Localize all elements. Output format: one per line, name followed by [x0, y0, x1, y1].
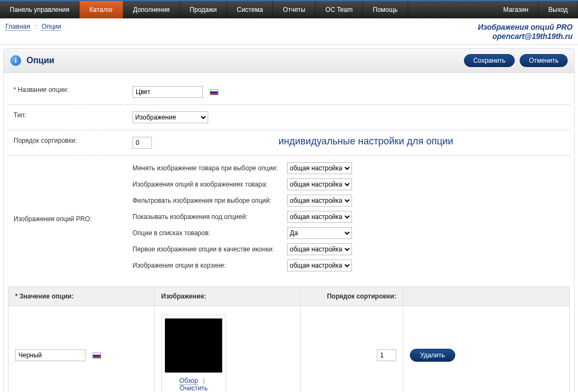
- sort-order-input[interactable]: [132, 137, 152, 149]
- breadcrumb-separator: ::: [32, 23, 40, 30]
- pro-setting-select-0[interactable]: общая настройка: [287, 162, 352, 174]
- browse-link[interactable]: Обзор: [179, 377, 198, 385]
- pro-setting-label: Менять изображение товара при выборе опц…: [132, 164, 287, 172]
- cancel-button[interactable]: Отменить: [520, 54, 568, 67]
- pro-setting-label: Изображение опции в корзине:: [132, 262, 287, 269]
- pro-setting-label: Изображения опций в изображениях товара:: [132, 181, 287, 188]
- option-name-input[interactable]: [132, 86, 203, 98]
- menu-reports[interactable]: Отчеты: [273, 1, 315, 18]
- info-icon: i: [10, 55, 21, 66]
- page-title: Опции: [26, 56, 55, 65]
- breadcrumb-home[interactable]: Главная: [5, 23, 30, 31]
- delete-button[interactable]: Удалить: [410, 349, 455, 362]
- option-values-table: * Значение опции: Изображение: Порядок с…: [8, 287, 570, 392]
- promo-line1: Изображения опций PRO: [478, 23, 573, 32]
- pro-setting-label: Первое изображение опции в качестве икон…: [132, 245, 287, 253]
- pro-setting-label: Опции в списках товаров:: [132, 229, 287, 237]
- table-row: Обзор | Очистить Удалить: [9, 305, 570, 392]
- col-image: Изображение:: [155, 287, 301, 305]
- top-menu-left: Панель управления Каталог Дополнения Про…: [0, 1, 408, 18]
- menu-octeam[interactable]: OC Team: [316, 1, 363, 18]
- pro-setting-select-2[interactable]: общая настройка: [287, 195, 352, 207]
- menu-sales[interactable]: Продажи: [180, 1, 227, 18]
- pro-setting-select-6[interactable]: общая настройка: [287, 260, 352, 271]
- flag-icon: [210, 89, 218, 95]
- pro-setting-label: Показывать изображения под опцией:: [132, 213, 287, 221]
- save-button[interactable]: Сохранить: [464, 54, 515, 67]
- pro-setting-select-3[interactable]: общая настройка: [287, 211, 352, 223]
- promo-banner: Изображения опций PRO opencart@19th19th.…: [478, 23, 573, 41]
- value-name-input[interactable]: [15, 349, 85, 361]
- pro-settings-list: Менять изображение товара при выборе опц…: [132, 162, 564, 271]
- clear-link[interactable]: Очистить: [180, 384, 208, 392]
- breadcrumb-row: Главная :: Опции Изображения опций PRO o…: [0, 18, 578, 45]
- pro-settings-label: Изображения опций PRO:: [8, 155, 127, 282]
- flag-icon: [92, 353, 101, 358]
- menu-system[interactable]: Система: [227, 1, 273, 18]
- top-menu: Панель управления Каталог Дополнения Про…: [0, 0, 578, 18]
- sort-order-label: Порядок сортировки:: [8, 130, 127, 155]
- col-value-name: * Значение опции:: [9, 287, 155, 305]
- pro-setting-select-1[interactable]: общая настройка: [287, 178, 352, 190]
- menu-help[interactable]: Помощь: [363, 1, 408, 18]
- content-panel: i Опции Сохранить Отменить *Название опц…: [3, 48, 575, 392]
- option-name-label: *Название опции:: [8, 79, 127, 105]
- image-thumbnail[interactable]: [165, 318, 222, 373]
- image-thumbnail-box: Обзор | Очистить: [161, 315, 226, 392]
- option-type-select[interactable]: Изображение: [132, 111, 208, 123]
- value-sort-input[interactable]: [377, 349, 396, 361]
- col-sort: Порядок сортировки:: [301, 287, 403, 305]
- option-type-label: Тип:: [8, 104, 127, 130]
- breadcrumb-current[interactable]: Опции: [42, 23, 61, 31]
- pro-setting-label: Фильтровать изображения при выборе опций…: [132, 197, 287, 204]
- menu-dashboard[interactable]: Панель управления: [0, 1, 79, 18]
- promo-line2: opencart@19th19th.ru: [478, 32, 573, 41]
- pro-setting-select-5[interactable]: общая настройка: [287, 243, 352, 255]
- option-values-section: * Значение опции: Изображение: Порядок с…: [4, 287, 574, 392]
- top-menu-right: Магазин Выход: [494, 1, 578, 18]
- col-actions: [403, 287, 570, 305]
- menu-logout[interactable]: Выход: [539, 1, 578, 18]
- menu-store[interactable]: Магазин: [494, 1, 539, 18]
- breadcrumb: Главная :: Опции: [5, 23, 61, 30]
- menu-catalog[interactable]: Каталог: [79, 1, 123, 18]
- menu-extensions[interactable]: Дополнения: [123, 1, 180, 18]
- individual-settings-banner: индивидуальные настройки для опции: [278, 135, 453, 147]
- content-header: i Опции Сохранить Отменить: [4, 49, 574, 73]
- pro-setting-select-4[interactable]: Да: [287, 227, 352, 239]
- option-form: *Название опции: Тип: Изображение Порядо…: [4, 73, 574, 282]
